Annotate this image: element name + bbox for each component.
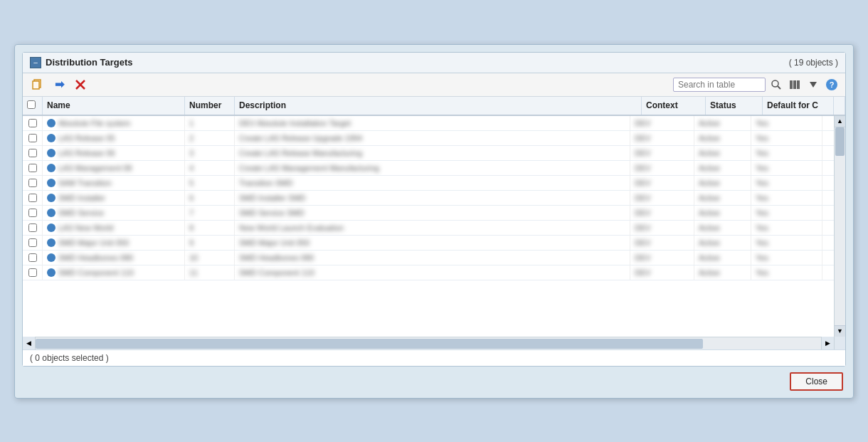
copy-button[interactable] xyxy=(28,76,47,93)
row-name-cell: SMD Component 110 xyxy=(43,265,185,280)
row-checkbox[interactable] xyxy=(28,223,37,232)
help-button[interactable]: ? xyxy=(824,77,840,93)
row-checkbox-cell[interactable] xyxy=(23,236,43,250)
row-name-cell: LAS Release 05 xyxy=(43,131,185,145)
close-button[interactable]: Close xyxy=(790,372,843,391)
row-name: SMD Installer xyxy=(58,194,105,202)
row-checkbox-cell[interactable] xyxy=(23,191,43,205)
table-area: Name Number Description Context Status D… xyxy=(23,97,845,349)
row-checkbox-cell[interactable] xyxy=(23,251,43,265)
table-row[interactable]: SMD Service7SMD Service SMDDEVActiveYes xyxy=(23,206,834,221)
horizontal-scrollbar[interactable]: ◀ ▶ xyxy=(23,337,845,349)
corner-btn xyxy=(834,337,845,349)
columns-icon xyxy=(789,79,800,90)
row-description: SMD Component 110 xyxy=(235,265,630,280)
row-number: 8 xyxy=(185,221,235,235)
help-icon: ? xyxy=(825,78,838,91)
hscroll-thumb[interactable] xyxy=(36,339,703,349)
row-checkbox-cell[interactable] xyxy=(23,116,43,130)
scroll-track[interactable] xyxy=(835,127,845,325)
svg-text:?: ? xyxy=(830,80,835,89)
row-checkbox[interactable] xyxy=(28,119,37,127)
row-checkbox-cell[interactable] xyxy=(23,131,43,145)
table-row[interactable]: Absolute File system1DEV Absolute Instal… xyxy=(23,116,834,131)
row-context: DEV xyxy=(630,206,694,220)
search-button[interactable] xyxy=(768,77,784,93)
row-icon xyxy=(47,209,55,217)
svg-marker-9 xyxy=(810,82,817,88)
table-row[interactable]: SMD Major Unit 0509SMD Major Unit 050DEV… xyxy=(23,236,834,251)
svg-rect-7 xyxy=(793,80,796,89)
arrow-right-icon: ➡ xyxy=(55,78,64,91)
select-all-checkbox[interactable] xyxy=(27,100,36,109)
header-checkbox-col[interactable] xyxy=(23,97,43,115)
move-button[interactable]: ➡ xyxy=(50,76,68,93)
search-input[interactable] xyxy=(673,78,766,92)
dialog-icon: – xyxy=(30,57,41,68)
row-name-cell: SMD Installer xyxy=(43,191,185,205)
row-checkbox-cell[interactable] xyxy=(23,161,43,175)
hscroll-left-button[interactable]: ◀ xyxy=(23,337,36,349)
hscroll-track[interactable] xyxy=(36,337,821,349)
row-number: 3 xyxy=(185,146,235,160)
table-scroll[interactable]: Absolute File system1DEV Absolute Instal… xyxy=(23,116,834,337)
row-context: DEV xyxy=(630,221,694,235)
row-context: DEV xyxy=(630,131,694,145)
row-checkbox[interactable] xyxy=(28,134,37,142)
dropdown-arrow[interactable] xyxy=(805,77,821,93)
row-status: Active xyxy=(694,146,751,160)
row-status: Active xyxy=(694,176,751,190)
table-row[interactable]: LAS New World8New World Launch Evaluatio… xyxy=(23,221,834,236)
delete-button[interactable] xyxy=(71,76,90,93)
table-row[interactable]: LAS Release 052Create LAS Release Upgrad… xyxy=(23,131,834,146)
row-checkbox-cell[interactable] xyxy=(23,146,43,160)
row-description: Transition SMD xyxy=(235,176,630,190)
row-default: Yes xyxy=(751,131,822,145)
header-number: Number xyxy=(185,97,235,115)
row-icon xyxy=(47,268,55,277)
row-checkbox[interactable] xyxy=(28,149,37,157)
header-default: Default for C xyxy=(763,97,834,115)
row-checkbox[interactable] xyxy=(28,268,37,277)
table-row[interactable]: SMD Component 11011SMD Component 110DEVA… xyxy=(23,265,834,280)
row-checkbox[interactable] xyxy=(28,179,37,187)
table-row[interactable]: SAM Transition5Transition SMDDEVActiveYe… xyxy=(23,176,834,191)
row-icon xyxy=(47,223,55,232)
row-checkbox[interactable] xyxy=(28,209,37,217)
scroll-thumb[interactable] xyxy=(835,127,845,156)
row-name: LAS New World xyxy=(58,223,113,232)
table-row[interactable]: LAS Release 063Create LAS Release Manufa… xyxy=(23,146,834,161)
scroll-up-button[interactable]: ▲ xyxy=(835,116,846,127)
vertical-scrollbar[interactable]: ▲ ▼ xyxy=(834,116,845,337)
row-default: Yes xyxy=(751,146,822,160)
svg-rect-8 xyxy=(797,80,800,89)
svg-point-4 xyxy=(772,80,778,87)
row-checkbox-cell[interactable] xyxy=(23,221,43,235)
hscroll-right-button[interactable]: ▶ xyxy=(821,337,834,349)
columns-button[interactable] xyxy=(787,77,803,93)
toolbar-right: ? xyxy=(673,77,840,93)
scroll-down-button[interactable]: ▼ xyxy=(835,325,846,337)
svg-rect-1 xyxy=(33,81,39,89)
row-checkbox[interactable] xyxy=(28,194,37,202)
row-checkbox[interactable] xyxy=(28,253,37,262)
dialog-titlebar: – Distribution Targets ( 19 objects ) xyxy=(23,53,845,73)
row-checkbox[interactable] xyxy=(28,238,37,247)
row-checkbox-cell[interactable] xyxy=(23,206,43,220)
table-row[interactable]: LAS Management 084Create LAS Management … xyxy=(23,161,834,176)
row-context: DEV xyxy=(630,116,694,130)
table-row[interactable]: SMD Installer6SMD Installer SMDDEVActive… xyxy=(23,191,834,206)
header-description: Description xyxy=(235,97,642,115)
row-context: DEV xyxy=(630,236,694,250)
row-default: Yes xyxy=(751,221,822,235)
row-context: DEV xyxy=(630,146,694,160)
table-row[interactable]: SMD Headbones 08010SMD Headbones 080DEVA… xyxy=(23,251,834,265)
toolbar: ➡ xyxy=(23,73,845,97)
row-number: 7 xyxy=(185,206,235,220)
row-checkbox[interactable] xyxy=(28,164,37,172)
row-checkbox-cell[interactable] xyxy=(23,265,43,280)
row-icon xyxy=(47,164,55,172)
row-name: SMD Major Unit 050 xyxy=(58,238,129,247)
row-description: New World Launch Evaluation xyxy=(235,221,630,235)
row-checkbox-cell[interactable] xyxy=(23,176,43,190)
